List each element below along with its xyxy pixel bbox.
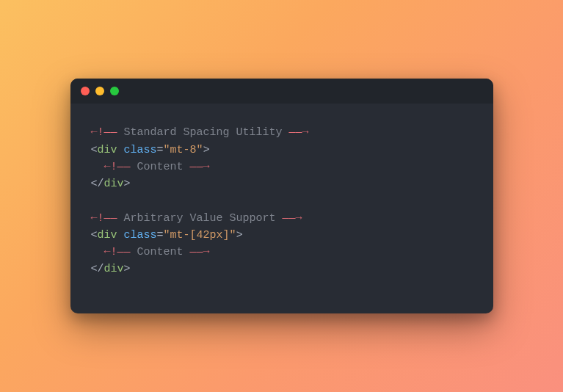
angle-bracket: > xyxy=(236,229,243,242)
angle-bracket: > xyxy=(124,263,131,275)
blank-line xyxy=(91,192,473,209)
window-titlebar xyxy=(70,79,493,104)
angle-bracket: > xyxy=(203,144,210,156)
quote: " xyxy=(164,229,170,242)
comment-close-delim: ――→ xyxy=(289,126,309,139)
comment-close-delim: ――→ xyxy=(190,161,210,173)
comment-text: Arbitrary Value Support xyxy=(124,212,276,225)
angle-bracket: > xyxy=(124,178,131,190)
tag-name: div xyxy=(98,229,117,242)
comment-open-delim: ←!―― xyxy=(91,126,117,139)
code-window: ←!―― Standard Spacing Utility ――→ <div c… xyxy=(70,79,493,313)
quote: " xyxy=(164,144,170,156)
angle-bracket: < xyxy=(91,178,98,190)
attr-value: mt-8 xyxy=(170,144,197,156)
comment-text: Standard Spacing Utility xyxy=(124,126,283,139)
attr-value: mt-[42px] xyxy=(170,229,230,242)
comment-open-delim: ←!―― xyxy=(104,246,131,258)
code-line: <div class="mt-8"> xyxy=(91,142,473,159)
minimize-icon[interactable] xyxy=(95,87,104,95)
quote: " xyxy=(197,144,203,156)
comment-close-delim: ――→ xyxy=(190,246,210,258)
angle-bracket: < xyxy=(91,229,98,242)
angle-bracket: < xyxy=(91,144,98,156)
tag-name: div xyxy=(104,178,124,190)
code-line: ←!―― Arbitrary Value Support ――→ xyxy=(91,210,473,227)
attr-name: class xyxy=(124,144,157,156)
attr-name: class xyxy=(124,229,157,242)
code-line: </div> xyxy=(91,175,473,192)
tag-name: div xyxy=(98,144,117,156)
slash: / xyxy=(98,263,104,275)
tag-name: div xyxy=(104,263,124,275)
angle-bracket: < xyxy=(91,263,98,275)
code-line: ←!―― Content ――→ xyxy=(91,159,473,175)
equals-sign: = xyxy=(157,144,164,156)
close-icon[interactable] xyxy=(81,87,90,95)
comment-close-delim: ――→ xyxy=(283,212,302,225)
quote: " xyxy=(230,229,236,242)
comment-open-delim: ←!―― xyxy=(91,212,117,225)
comment-text: Content xyxy=(137,161,184,173)
code-line: </div> xyxy=(91,261,473,277)
code-line: ←!―― Standard Spacing Utility ――→ xyxy=(91,124,473,141)
comment-text: Content xyxy=(137,246,184,258)
code-line: <div class="mt-[42px]"> xyxy=(91,227,473,244)
comment-open-delim: ←!―― xyxy=(104,161,131,173)
slash: / xyxy=(98,178,104,190)
code-block: ←!―― Standard Spacing Utility ――→ <div c… xyxy=(70,104,493,313)
code-line: ←!―― Content ――→ xyxy=(91,244,473,261)
equals-sign: = xyxy=(157,229,164,242)
maximize-icon[interactable] xyxy=(110,87,119,95)
